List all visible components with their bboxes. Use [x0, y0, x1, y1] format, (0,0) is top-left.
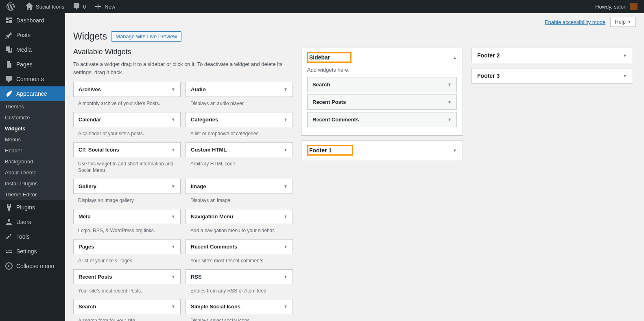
- widget-recent-comments[interactable]: Recent Comments▼: [186, 239, 293, 254]
- area-title-footer1: Footer 1: [307, 145, 353, 156]
- submenu-theme-editor[interactable]: Theme Editor: [0, 189, 65, 200]
- widget-area-footer2: Footer 2 ▼: [471, 48, 633, 63]
- chevron-down-icon: ▼: [171, 244, 175, 249]
- widget-title: Simple Social Icons: [191, 303, 240, 310]
- submenu-customize[interactable]: Customize: [0, 112, 65, 123]
- widget-audio[interactable]: Audio▼: [186, 82, 293, 97]
- menu-collapse[interactable]: Collapse menu: [0, 259, 65, 273]
- area-title-footer3: Footer 3: [477, 73, 500, 79]
- collapse-icon: [5, 262, 13, 270]
- widget-navigation-menu[interactable]: Navigation Menu▼: [186, 209, 293, 224]
- menu-pages[interactable]: Pages: [0, 57, 65, 72]
- widget-title: Recent Comments: [191, 244, 237, 250]
- widget-simple-social-icons[interactable]: Simple Social Icons▼: [186, 299, 293, 314]
- widget-area-sidebar: Sidebar ▲ Add widgets here. Search▼Recen…: [301, 48, 463, 136]
- settings-icon: [5, 247, 13, 255]
- area-header-sidebar[interactable]: Sidebar ▲: [301, 48, 463, 67]
- widget-desc: Displays an image gallery.: [73, 194, 181, 206]
- widget-desc: A monthly archive of your site's Posts.: [73, 97, 181, 109]
- new-link[interactable]: New: [91, 0, 118, 13]
- menu-settings[interactable]: Settings: [0, 244, 65, 259]
- widget-desc: Add a navigation menu to your sidebar.: [186, 224, 293, 236]
- submenu-about-theme[interactable]: About Theme: [0, 167, 65, 178]
- submenu-themes[interactable]: Themes: [0, 101, 65, 112]
- widget-desc: Your site's most recent Posts.: [73, 284, 181, 296]
- area-header-footer1[interactable]: Footer 1 ▼: [301, 141, 463, 160]
- chevron-down-icon: ▼: [171, 214, 175, 219]
- pages-icon: [5, 60, 13, 68]
- menu-dashboard[interactable]: Dashboard: [0, 13, 65, 28]
- chevron-down-icon: ▼: [171, 184, 175, 189]
- area-header-footer2[interactable]: Footer 2 ▼: [472, 48, 633, 63]
- submenu-menus[interactable]: Menus: [0, 134, 65, 145]
- help-button[interactable]: Help ▼: [610, 17, 636, 27]
- media-icon: [5, 46, 13, 54]
- menu-users[interactable]: Users: [0, 215, 65, 229]
- menu-posts[interactable]: Posts: [0, 28, 65, 42]
- widget-title: Image: [191, 183, 206, 189]
- widget-search[interactable]: Search▼: [73, 299, 181, 314]
- widget-desc: Displays an image.: [186, 194, 293, 206]
- comments-icon: [5, 75, 13, 83]
- wp-logo[interactable]: [3, 0, 20, 13]
- menu-appearance[interactable]: Appearance: [0, 86, 65, 101]
- site-link[interactable]: Social Icons: [22, 0, 68, 13]
- widget-title: Pages: [79, 244, 94, 250]
- chevron-down-icon: ▼: [453, 148, 457, 153]
- menu-tools[interactable]: Tools: [0, 229, 65, 244]
- dashboard-icon: [5, 16, 13, 24]
- chevron-down-icon: ▼: [448, 100, 452, 104]
- widget-area-footer1: Footer 1 ▼: [301, 141, 463, 160]
- widget-title: Recent Comments: [312, 117, 359, 123]
- chevron-down-icon: ▼: [284, 117, 288, 122]
- widget-custom-html[interactable]: Custom HTML▼: [186, 142, 293, 157]
- available-widgets-title: Available Widgets: [73, 48, 293, 56]
- submenu-widgets[interactable]: Widgets: [0, 123, 65, 134]
- user-greeting[interactable]: Howdy, saloni: [592, 0, 641, 13]
- widget-title: Search: [312, 81, 330, 88]
- widget-rss[interactable]: RSS▼: [186, 269, 293, 284]
- widget-ct-social-icons[interactable]: CT: Social Icons▼: [73, 142, 181, 157]
- widget-gallery[interactable]: Gallery▼: [73, 179, 181, 194]
- area-title-footer2: Footer 2: [477, 52, 500, 59]
- admin-bar: Social Icons 0 New Howdy, saloni: [0, 0, 644, 13]
- appearance-submenu: Themes Customize Widgets Menus Header Ba…: [0, 101, 65, 200]
- comments-link[interactable]: 0: [69, 0, 89, 13]
- widget-pages[interactable]: Pages▼: [73, 239, 181, 254]
- widget-desc: Displays an audio player.: [186, 97, 293, 109]
- widget-recent-posts[interactable]: Recent Posts▼: [73, 269, 181, 284]
- menu-media[interactable]: Media: [0, 42, 65, 57]
- widget-area-footer3: Footer 3 ▼: [471, 68, 633, 84]
- widget-title: Recent Posts: [312, 99, 346, 105]
- submenu-background[interactable]: Background: [0, 156, 65, 167]
- live-preview-button[interactable]: Manage with Live Preview: [111, 31, 181, 42]
- menu-comments[interactable]: Comments: [0, 72, 65, 86]
- chevron-down-icon: ▼: [284, 214, 288, 219]
- widget-desc: Displays select social icons.: [186, 314, 293, 321]
- tools-icon: [5, 233, 13, 241]
- submenu-install-plugins[interactable]: Install Plugins: [0, 178, 65, 189]
- greeting-text: Howdy, saloni: [595, 4, 628, 10]
- assigned-widget-search[interactable]: Search▼: [307, 77, 457, 92]
- brush-icon: [5, 90, 13, 98]
- widget-calendar[interactable]: Calendar▼: [73, 112, 181, 127]
- assigned-widget-recent-posts[interactable]: Recent Posts▼: [307, 95, 457, 110]
- widget-desc: A calendar of your site's posts.: [73, 127, 181, 139]
- widget-desc: A list of your site's Pages.: [73, 254, 181, 266]
- widget-title: Meta: [79, 213, 91, 220]
- assigned-widget-recent-comments[interactable]: Recent Comments▼: [307, 112, 457, 127]
- widget-categories[interactable]: Categories▼: [186, 112, 293, 127]
- area-header-footer3[interactable]: Footer 3 ▼: [472, 68, 633, 83]
- accessibility-link[interactable]: Enable accessibility mode: [545, 19, 606, 25]
- content-area: Enable accessibility mode Help ▼ Widgets…: [65, 13, 644, 321]
- home-icon: [25, 2, 33, 11]
- widget-archives[interactable]: Archives▼: [73, 82, 181, 97]
- widget-title: CT: Social Icons: [79, 147, 119, 153]
- chevron-down-icon: ▼: [171, 117, 175, 122]
- menu-plugins[interactable]: Plugins: [0, 200, 65, 215]
- widget-image[interactable]: Image▼: [186, 179, 293, 194]
- submenu-header[interactable]: Header: [0, 145, 65, 156]
- chevron-down-icon: ▼: [623, 53, 627, 58]
- widget-meta[interactable]: Meta▼: [73, 209, 181, 224]
- area-title-sidebar: Sidebar: [307, 52, 351, 63]
